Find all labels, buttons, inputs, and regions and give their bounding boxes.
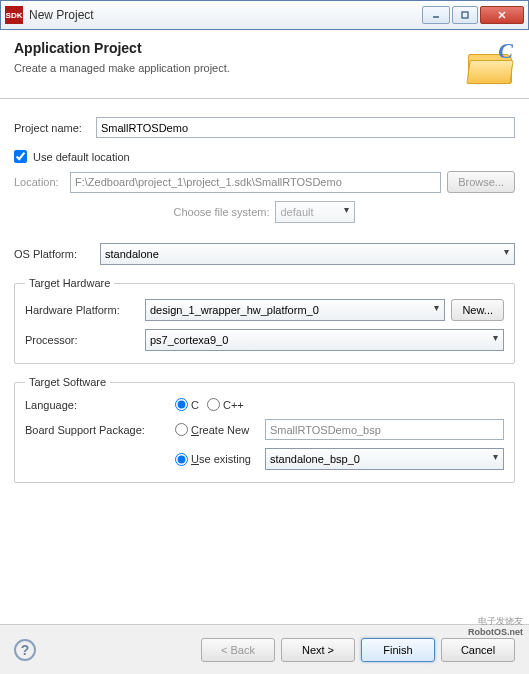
maximize-button[interactable]: [452, 6, 478, 24]
target-software-legend: Target Software: [25, 376, 110, 388]
target-hardware-group: Target Hardware Hardware Platform: desig…: [14, 277, 515, 364]
use-default-location-checkbox[interactable]: [14, 150, 27, 163]
c-project-icon: C: [465, 42, 515, 84]
choose-filesystem-select: default: [275, 201, 355, 223]
language-cpp-label: C++: [223, 399, 244, 411]
minimize-button[interactable]: [422, 6, 450, 24]
project-name-input[interactable]: [96, 117, 515, 138]
finish-button[interactable]: Finish: [361, 638, 435, 662]
use-default-location-label: Use default location: [33, 151, 130, 163]
next-button[interactable]: Next >: [281, 638, 355, 662]
sdk-icon: SDK: [5, 6, 23, 24]
bsp-use-existing-label: Use existing: [191, 453, 265, 465]
back-button: < Back: [201, 638, 275, 662]
os-platform-select[interactable]: standalone: [100, 243, 515, 265]
help-icon[interactable]: ?: [14, 639, 36, 661]
language-c-radio[interactable]: [175, 398, 188, 411]
close-button[interactable]: [480, 6, 524, 24]
bsp-create-new-input: [265, 419, 504, 440]
processor-select[interactable]: ps7_cortexa9_0: [145, 329, 504, 351]
cancel-button[interactable]: Cancel: [441, 638, 515, 662]
wizard-banner: Application Project Create a managed mak…: [0, 30, 529, 99]
window-titlebar: SDK New Project: [0, 0, 529, 30]
language-label: Language:: [25, 399, 175, 411]
location-input: [70, 172, 441, 193]
svg-rect-1: [462, 12, 468, 18]
choose-filesystem-label: Choose file system:: [174, 206, 270, 218]
bsp-label: Board Support Package:: [25, 424, 175, 436]
target-hardware-legend: Target Hardware: [25, 277, 114, 289]
window-title: New Project: [29, 8, 422, 22]
project-name-label: Project name:: [14, 122, 96, 134]
bsp-use-existing-select[interactable]: standalone_bsp_0: [265, 448, 504, 470]
browse-button: Browse...: [447, 171, 515, 193]
target-software-group: Target Software Language: C C++ Board Su…: [14, 376, 515, 483]
language-cpp-radio[interactable]: [207, 398, 220, 411]
bsp-create-new-radio[interactable]: [175, 423, 188, 436]
bsp-create-new-label: Create New: [191, 424, 265, 436]
bsp-use-existing-radio[interactable]: [175, 453, 188, 466]
processor-label: Processor:: [25, 334, 145, 346]
new-hardware-button[interactable]: New...: [451, 299, 504, 321]
banner-title: Application Project: [14, 40, 465, 56]
hardware-platform-select[interactable]: design_1_wrapper_hw_platform_0: [145, 299, 445, 321]
location-label: Location:: [14, 176, 70, 188]
os-platform-label: OS Platform:: [14, 248, 100, 260]
banner-description: Create a managed make application projec…: [14, 62, 465, 74]
language-c-label: C: [191, 399, 199, 411]
wizard-button-bar: ? < Back Next > Finish Cancel: [0, 624, 529, 674]
hardware-platform-label: Hardware Platform:: [25, 304, 145, 316]
